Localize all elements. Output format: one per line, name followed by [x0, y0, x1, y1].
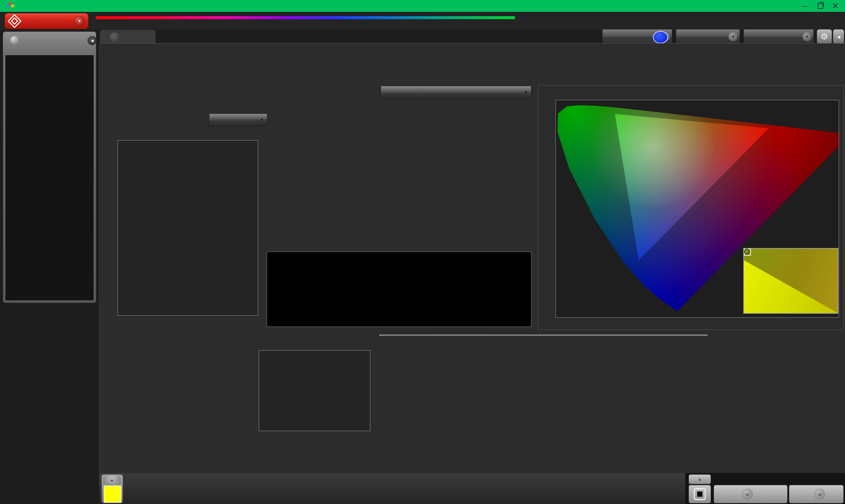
sidebar-collapse-button[interactable]: ◀: [87, 36, 97, 45]
inset-measured-marker: [744, 249, 750, 254]
source-dropdown-chevron-icon[interactable]: ▼: [728, 32, 738, 41]
arrow-up-icon: ▲: [110, 478, 114, 482]
target-row-label: [268, 292, 274, 321]
footer-bar: ▲ ▲ « »: [0, 473, 845, 504]
source-status-stripe: [677, 30, 679, 43]
saturation-swatch-panel: [267, 252, 531, 327]
de-formula-dropdown[interactable]: ▼: [209, 113, 267, 126]
close-button[interactable]: ✕: [828, 0, 843, 12]
cie-diagram-panel: [538, 85, 844, 330]
sidebar-knob-icon[interactable]: [10, 36, 19, 44]
stop-icon: [694, 488, 706, 500]
deltae-chart: [118, 140, 258, 316]
pattern-popup-button[interactable]: ▲: [103, 475, 121, 484]
display-control-status-stripe: [745, 30, 746, 43]
settings-button[interactable]: ⚙: [816, 29, 832, 44]
back-button[interactable]: «: [714, 485, 788, 503]
current-pattern-swatch[interactable]: [104, 486, 122, 503]
actual-row-label: [268, 262, 274, 292]
collapse-toolbar-button[interactable]: ◀: [833, 29, 844, 44]
tab-history-1[interactable]: [100, 30, 156, 44]
arrow-up-icon: ▲: [698, 477, 702, 482]
gear-icon: ⚙: [821, 32, 828, 42]
pattern-mini-card: ▲: [101, 474, 123, 503]
deltae-xlabels: [118, 316, 258, 325]
next-button[interactable]: »: [789, 485, 844, 503]
source-dropdown[interactable]: ▼: [676, 29, 740, 44]
display-control-chevron-icon[interactable]: ▼: [803, 32, 812, 41]
rgb-balance-chart: [259, 350, 370, 431]
sidebar-tree: [5, 55, 94, 301]
chevron-double-left-icon: «: [742, 488, 753, 500]
calman-menu-button[interactable]: ▼: [5, 13, 88, 29]
display-control-dropdown[interactable]: ▼: [743, 29, 814, 44]
stop-button[interactable]: [689, 485, 711, 503]
calman-logo-icon: [7, 14, 21, 28]
cie-inset-zoom: [743, 248, 839, 314]
rgb-ylabels: [241, 350, 257, 430]
transport-panel: ▲ « »: [685, 473, 845, 504]
meter-badge[interactable]: [653, 31, 668, 43]
cie-plot: [556, 100, 839, 318]
footer-strip: [99, 473, 685, 504]
levels-dropdown[interactable]: ▼: [381, 86, 531, 99]
cie-inset-wedge: [744, 249, 838, 313]
chevron-double-right-icon: »: [814, 488, 825, 500]
levels-chevron-icon: ▼: [524, 90, 528, 95]
measurement-table: [380, 335, 707, 336]
deltae-ylabels: [83, 140, 114, 315]
meter-status-stripe: [603, 30, 605, 43]
title-bar: — ✕: [0, 0, 845, 12]
minimize-button[interactable]: —: [797, 0, 813, 12]
rainbow-strip: [96, 16, 515, 19]
de-formula-chevron-icon: ▼: [260, 118, 264, 122]
app-header: [0, 12, 845, 30]
chevron-left-icon: ◀: [837, 34, 840, 39]
restore-button[interactable]: [813, 0, 828, 12]
calman-menu-chevron-icon[interactable]: ▼: [74, 16, 85, 26]
application-window: — ✕ ▼ ▼ ▼ ▼ ⚙ ◀: [0, 0, 845, 504]
calman-app-icon: [6, 2, 14, 10]
add-tab-button[interactable]: [109, 32, 119, 41]
panel-up-button[interactable]: ▲: [689, 474, 711, 484]
